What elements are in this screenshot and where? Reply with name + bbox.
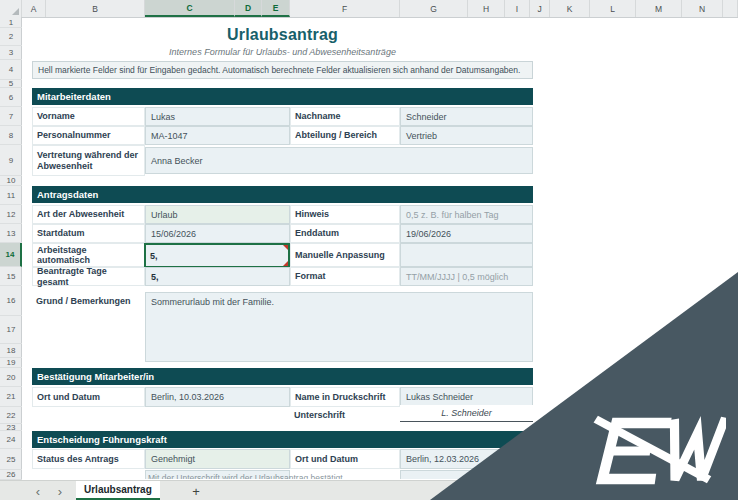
- cell-name-druckschrift[interactable]: Lukas Schneider: [400, 387, 533, 407]
- excel-window: ABCDEFGHIJKLMN 1234567891011121314151617…: [0, 0, 738, 500]
- prev-sheet-button[interactable]: ‹: [30, 481, 46, 500]
- section-header-mitarbeiterdaten: Mitarbeiterdaten: [32, 88, 533, 105]
- column-header-partial[interactable]: [723, 0, 738, 17]
- row-header-25[interactable]: 25: [0, 449, 22, 470]
- row-header-7[interactable]: 7: [0, 107, 22, 126]
- section-header-bestaetigung: Bestätigung Mitarbeiter/in: [32, 368, 533, 385]
- label-beantragte-tage[interactable]: Beantragte Tage gesamt: [32, 267, 145, 286]
- select-all-corner[interactable]: [0, 0, 22, 17]
- label-art[interactable]: Art der Abwesenheit: [32, 205, 145, 224]
- select-all-triangle-icon: [12, 8, 19, 15]
- cell-format[interactable]: TT/MM/JJJJ | 0,5 möglich: [400, 267, 533, 286]
- clipped-row: Mit der Unterschrift wird der Urlaubsant…: [32, 470, 533, 479]
- row-header-26[interactable]: 26: [0, 470, 22, 480]
- label-format[interactable]: Format: [290, 267, 400, 286]
- column-header-J[interactable]: J: [530, 0, 550, 17]
- column-header-I[interactable]: I: [505, 0, 530, 17]
- label-arbeitstage[interactable]: Arbeitstage automatisch: [32, 243, 145, 267]
- note-indicator-icon: [283, 245, 288, 250]
- cell-unterschrift-signature[interactable]: L. Schneider: [400, 405, 533, 422]
- row-header-17[interactable]: 17: [0, 316, 22, 344]
- row-header-21[interactable]: 21: [0, 387, 22, 407]
- selected-cell-arbeitstage[interactable]: 5,: [144, 243, 290, 268]
- row-header-4[interactable]: 4: [0, 60, 22, 80]
- row-header-20[interactable]: 20: [0, 368, 22, 387]
- label-abteilung[interactable]: Abteilung / Bereich: [290, 126, 400, 145]
- cell-status[interactable]: Genehmigt: [145, 449, 290, 469]
- cell-abteilung[interactable]: Vertrieb: [400, 126, 533, 145]
- label-status[interactable]: Status des Antrags: [32, 449, 145, 469]
- row-header-6[interactable]: 6: [0, 88, 22, 107]
- form-note: Hell markierte Felder sind für Eingaben …: [32, 61, 533, 79]
- column-header-F[interactable]: F: [290, 0, 400, 17]
- row-header-10[interactable]: 10: [0, 176, 22, 186]
- column-header-B[interactable]: B: [46, 0, 145, 17]
- column-headers: ABCDEFGHIJKLMN: [0, 0, 738, 18]
- column-header-D[interactable]: D: [235, 0, 262, 17]
- column-header-N[interactable]: N: [682, 0, 723, 17]
- add-sheet-button[interactable]: +: [186, 481, 206, 500]
- row-header-15[interactable]: 15: [0, 267, 22, 286]
- section-header-entscheidung: Entscheidung Führungskraft: [32, 431, 533, 448]
- row-header-14[interactable]: 14: [0, 243, 22, 267]
- cell-beantragte-tage[interactable]: 5,: [145, 267, 290, 286]
- column-header-L[interactable]: L: [590, 0, 636, 17]
- row-header-13[interactable]: 13: [0, 224, 22, 243]
- column-header-C[interactable]: C: [145, 0, 235, 17]
- row-header-2[interactable]: 2: [0, 28, 22, 46]
- clipped-hint-text: Mit der Unterschrift wird der Urlaubsant…: [148, 473, 343, 479]
- cell-enddatum[interactable]: 19/06/2026: [400, 224, 533, 243]
- label-ort-datum-fuehrungskraft[interactable]: Ort und Datum: [290, 449, 400, 469]
- label-unterschrift[interactable]: Unterschrift: [290, 407, 400, 424]
- label-vorname[interactable]: Vorname: [32, 107, 145, 126]
- cell-manuelle-anpassung[interactable]: [400, 243, 533, 267]
- cell-personalnummer[interactable]: MA-1047: [145, 126, 290, 145]
- row-header-19[interactable]: 19: [0, 358, 22, 368]
- row-header-24[interactable]: 24: [0, 431, 22, 449]
- row-header-11[interactable]: 11: [0, 186, 22, 205]
- next-sheet-button[interactable]: ›: [52, 481, 68, 500]
- label-name-druckschrift[interactable]: Name in Druckschrift: [290, 387, 400, 407]
- label-startdatum[interactable]: Startdatum: [32, 224, 145, 243]
- column-header-M[interactable]: M: [636, 0, 682, 17]
- label-nachname[interactable]: Nachname: [290, 107, 400, 126]
- sheet-tab-urlaubsantrag[interactable]: Urlaubsantrag: [76, 481, 160, 500]
- section-header-antragsdaten: Antragsdaten: [32, 186, 533, 203]
- cell-art[interactable]: Urlaub: [145, 205, 290, 224]
- column-header-G[interactable]: G: [400, 0, 468, 17]
- label-enddatum[interactable]: Enddatum: [290, 224, 400, 243]
- row-header-18[interactable]: 18: [0, 344, 22, 358]
- form-title: Urlaubsantrag: [32, 26, 533, 44]
- cell-grund[interactable]: Sommerurlaub mit der Familie.: [145, 292, 533, 362]
- row-header-23[interactable]: 23: [0, 424, 22, 431]
- label-grund[interactable]: Grund / Bemerkungen: [32, 290, 145, 312]
- cell-ort-datum-mitarbeiter[interactable]: Berlin, 10.03.2026: [145, 387, 290, 407]
- row-header-16[interactable]: 16: [0, 286, 22, 316]
- label-vertretung[interactable]: Vertretung während der Abwesenheit: [32, 145, 145, 176]
- note-indicator-bottom-icon: [283, 261, 288, 266]
- label-manuelle-anpassung[interactable]: Manuelle Anpassung: [290, 243, 400, 267]
- column-header-E[interactable]: E: [262, 0, 290, 17]
- cell-vorname[interactable]: Lukas: [145, 107, 290, 126]
- ew-logo-icon: [586, 408, 726, 498]
- row-header-8[interactable]: 8: [0, 126, 22, 145]
- row-header-22[interactable]: 22: [0, 407, 22, 424]
- selected-cell-value: 5,: [150, 251, 158, 261]
- row-header-9[interactable]: 9: [0, 145, 22, 176]
- row-header-5[interactable]: 5: [0, 80, 22, 88]
- cell-hinweis[interactable]: 0,5 z. B. für halben Tag: [400, 205, 533, 224]
- row-header-3[interactable]: 3: [0, 46, 22, 60]
- label-hinweis[interactable]: Hinweis: [290, 205, 400, 224]
- cell-nachname[interactable]: Schneider: [400, 107, 533, 126]
- label-ort-datum-mitarbeiter[interactable]: Ort und Datum: [32, 387, 145, 407]
- cell-startdatum[interactable]: 15/06/2026: [145, 224, 290, 243]
- form-subtitle: Internes Formular für Urlaubs- und Abwes…: [32, 47, 533, 57]
- column-header-K[interactable]: K: [550, 0, 590, 17]
- column-header-H[interactable]: H: [468, 0, 505, 17]
- row-header-1[interactable]: 1: [0, 17, 22, 28]
- cell-vertretung[interactable]: Anna Becker: [145, 147, 533, 174]
- label-personalnummer[interactable]: Personalnummer: [32, 126, 145, 145]
- row-header-12[interactable]: 12: [0, 205, 22, 224]
- row-headers: 1234567891011121314151617181920212223242…: [0, 17, 22, 480]
- column-header-A[interactable]: A: [22, 0, 46, 17]
